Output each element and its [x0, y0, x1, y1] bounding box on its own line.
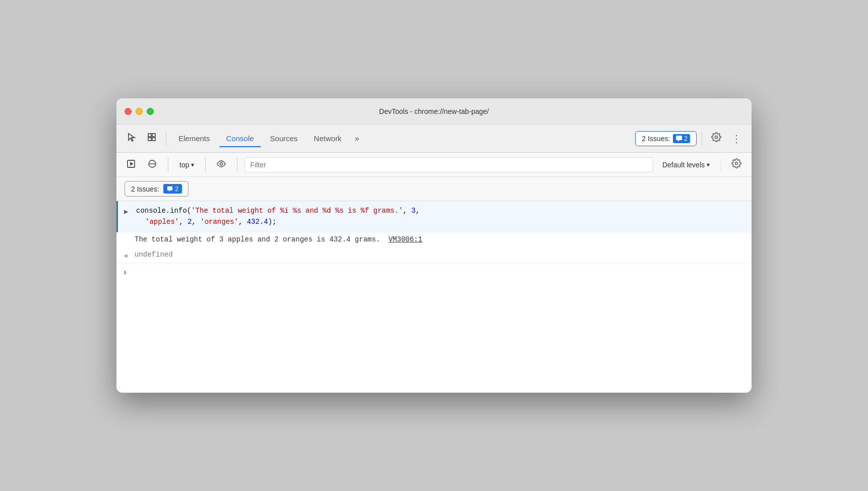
eye-button[interactable] — [213, 157, 230, 173]
expand-arrow[interactable]: ▶ — [124, 206, 128, 217]
devtools-window: DevTools - chrome://new-tab-page/ — [116, 98, 752, 393]
svg-rect-2 — [148, 138, 151, 141]
cursor-tool-button[interactable] — [122, 129, 141, 148]
toolbar-divider-2 — [702, 132, 702, 146]
window-title: DevTools - chrome://new-tab-page/ — [379, 107, 489, 115]
more-icon: ⋮ — [731, 133, 741, 145]
clear-button[interactable] — [144, 157, 161, 173]
minimize-button[interactable] — [136, 108, 143, 115]
code-line-2: 'apples', 2, 'oranges', 432.4); — [136, 216, 743, 227]
cursor-icon — [127, 132, 137, 145]
chevron-down-icon: ▾ — [191, 161, 194, 168]
console-toolbar: top ▾ Default levels ▾ — [116, 153, 752, 177]
toolbar-divider-1 — [166, 132, 166, 146]
svg-point-10 — [735, 162, 738, 165]
console-gear-icon — [731, 160, 741, 170]
issues-badge[interactable]: 2 Issues: 2 — [635, 131, 697, 146]
console-settings-button[interactable] — [727, 156, 746, 173]
svg-point-4 — [715, 136, 718, 139]
svg-rect-1 — [152, 134, 155, 137]
levels-selector[interactable]: Default levels ▾ — [657, 159, 715, 171]
svg-point-9 — [220, 162, 223, 165]
svg-marker-6 — [130, 162, 134, 166]
vm-link[interactable]: VM3006:1 — [389, 235, 422, 243]
console-divider-1 — [168, 158, 168, 172]
console-output: ▶ console.info('The total weight of %i %… — [116, 201, 752, 393]
more-options-button[interactable]: ⋮ — [727, 130, 746, 148]
context-selector[interactable]: top ▾ — [175, 159, 198, 171]
issues-pill[interactable]: 2 Issues: 2 — [125, 181, 189, 197]
execute-button[interactable] — [122, 157, 140, 173]
eye-icon — [217, 159, 226, 170]
console-divider-4 — [721, 159, 721, 171]
play-icon — [127, 159, 136, 170]
output-text: The total weight of 3 apples and 2 orang… — [135, 235, 380, 243]
tab-network[interactable]: Network — [307, 130, 349, 147]
issues-icon: 2 — [673, 134, 690, 143]
console-prompt[interactable]: › — [116, 263, 752, 283]
levels-chevron-icon: ▾ — [707, 161, 710, 168]
tab-elements[interactable]: Elements — [171, 130, 217, 147]
inspect-button[interactable] — [143, 129, 161, 148]
filter-input[interactable] — [244, 157, 653, 172]
issues-bar-text: 2 Issues: — [131, 185, 159, 193]
main-toolbar: Elements Console Sources Network » 2 Iss… — [116, 125, 752, 153]
settings-button[interactable] — [707, 129, 725, 148]
close-button[interactable] — [125, 108, 132, 115]
traffic-lights — [125, 108, 154, 115]
maximize-button[interactable] — [147, 108, 154, 115]
svg-rect-0 — [148, 134, 151, 137]
title-bar: DevTools - chrome://new-tab-page/ — [116, 98, 752, 125]
undefined-text: undefined — [135, 251, 173, 259]
levels-label: Default levels — [662, 161, 705, 169]
svg-rect-3 — [152, 138, 155, 141]
console-output-line: The total weight of 3 apples and 2 orang… — [116, 232, 752, 247]
context-label: top — [179, 161, 189, 169]
console-divider-3 — [237, 158, 237, 172]
issues-count: 2 — [684, 135, 688, 142]
tab-console[interactable]: Console — [219, 130, 261, 147]
code-line-1: console.info('The total weight of %i %s … — [136, 205, 743, 216]
block-icon — [148, 159, 157, 170]
prompt-arrow: › — [122, 268, 128, 277]
issues-text: 2 Issues: — [642, 135, 670, 143]
gear-icon — [711, 132, 721, 145]
console-entry-info: ▶ console.info('The total weight of %i %… — [116, 201, 752, 232]
undefined-entry: ◀ undefined — [116, 247, 752, 263]
console-divider-2 — [205, 158, 206, 172]
inspect-icon — [147, 132, 157, 145]
more-tabs-button[interactable]: » — [351, 132, 363, 145]
return-arrow: ◀ — [123, 252, 128, 260]
issues-bar: 2 Issues: 2 — [116, 177, 752, 201]
tab-sources[interactable]: Sources — [263, 130, 305, 147]
issues-count-badge: 2 — [163, 184, 182, 194]
